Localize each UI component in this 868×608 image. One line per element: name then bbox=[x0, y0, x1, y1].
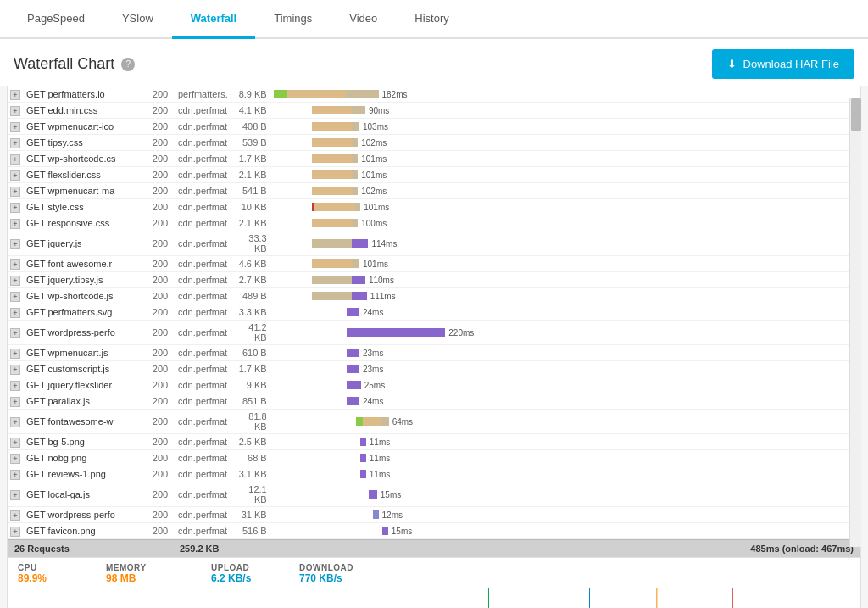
row-expand[interactable]: + bbox=[8, 393, 23, 410]
row-name: GET fontawesome-w bbox=[23, 410, 146, 434]
row-expand[interactable]: + bbox=[8, 272, 23, 288]
row-status: 200 bbox=[146, 86, 175, 103]
table-row: + GET responsive.css 200 cdn.perfmat 2.1… bbox=[8, 215, 860, 231]
tab-yslow[interactable]: YSlow bbox=[103, 0, 172, 39]
tab-waterfall[interactable]: Waterfall bbox=[172, 0, 255, 39]
help-icon[interactable]: ? bbox=[121, 58, 135, 71]
row-status: 200 bbox=[146, 272, 175, 288]
cpu-metric: CPU 89.9% bbox=[18, 563, 86, 584]
row-expand[interactable]: + bbox=[8, 288, 23, 304]
row-domain: cdn.perfmat bbox=[175, 523, 231, 539]
row-status: 200 bbox=[146, 231, 175, 256]
cpu-value: 89.9% bbox=[18, 572, 86, 584]
row-expand[interactable]: + bbox=[8, 215, 23, 231]
row-size: 4.6 KB bbox=[231, 256, 270, 272]
table-row: + GET wp-shortcode.js 200 cdn.perfmat 48… bbox=[8, 288, 860, 304]
row-size: 2.1 KB bbox=[231, 167, 270, 183]
table-row: + GET bg-5.png 200 cdn.perfmat 2.5 KB 11… bbox=[8, 434, 860, 450]
row-expand[interactable]: + bbox=[8, 231, 23, 256]
row-name: GET favicon.png bbox=[23, 523, 146, 539]
row-status: 200 bbox=[146, 321, 175, 345]
row-waterfall: 64ms bbox=[270, 410, 860, 434]
row-name: GET perfmatters.io bbox=[23, 86, 146, 103]
row-name: GET wordpress-perfo bbox=[23, 507, 146, 523]
row-name: GET tipsy.css bbox=[23, 135, 146, 151]
tabs-bar: PageSpeed YSlow Waterfall Timings Video … bbox=[0, 0, 868, 39]
row-name: GET responsive.css bbox=[23, 215, 146, 231]
row-status: 200 bbox=[146, 304, 175, 321]
table-row: + GET wordpress-perfo 200 cdn.perfmat 31… bbox=[8, 507, 860, 523]
page-header: Waterfall Chart ? ⬇ Download HAR File bbox=[0, 39, 868, 86]
row-size: 9 KB bbox=[231, 377, 270, 393]
table-row: + GET edd.min.css 200 cdn.perfmat 4.1 KB… bbox=[8, 103, 860, 119]
row-name: GET bg-5.png bbox=[23, 434, 146, 450]
row-domain: cdn.perfmat bbox=[175, 272, 231, 288]
row-domain: cdn.perfmat bbox=[175, 183, 231, 199]
row-name: GET wpmenucart.js bbox=[23, 345, 146, 361]
row-size: 31 KB bbox=[231, 507, 270, 523]
table-row: + GET wordpress-perfo 200 cdn.perfmat 41… bbox=[8, 321, 860, 345]
download-har-button[interactable]: ⬇ Download HAR File bbox=[712, 49, 854, 79]
row-name: GET parallax.js bbox=[23, 393, 146, 410]
tab-timings[interactable]: Timings bbox=[255, 0, 331, 39]
row-expand[interactable]: + bbox=[8, 377, 23, 393]
row-expand[interactable]: + bbox=[8, 199, 23, 215]
row-expand[interactable]: + bbox=[8, 183, 23, 199]
tab-history[interactable]: History bbox=[396, 0, 467, 39]
row-expand[interactable]: + bbox=[8, 361, 23, 377]
row-expand[interactable]: + bbox=[8, 466, 23, 482]
row-name: GET perfmatters.svg bbox=[23, 304, 146, 321]
row-expand[interactable]: + bbox=[8, 523, 23, 539]
table-row: + GET flexslider.css 200 cdn.perfmat 2.1… bbox=[8, 167, 860, 183]
row-expand[interactable]: + bbox=[8, 256, 23, 272]
row-status: 200 bbox=[146, 361, 175, 377]
row-expand[interactable]: + bbox=[8, 450, 23, 466]
row-expand[interactable]: + bbox=[8, 86, 23, 103]
row-waterfall: 23ms bbox=[270, 361, 860, 377]
row-waterfall: 110ms bbox=[270, 272, 860, 288]
row-expand[interactable]: + bbox=[8, 507, 23, 523]
row-domain: cdn.perfmat bbox=[175, 215, 231, 231]
row-name: GET edd.min.css bbox=[23, 103, 146, 119]
row-status: 200 bbox=[146, 450, 175, 466]
row-name: GET local-ga.js bbox=[23, 482, 146, 507]
row-size: 489 B bbox=[231, 288, 270, 304]
scrollbar-thumb[interactable] bbox=[851, 98, 861, 131]
download-label: DOWNLOAD bbox=[299, 563, 367, 572]
metrics-grid: CPU 89.9% MEMORY 98 MB UPLOAD 6.2 KB/s D… bbox=[18, 563, 850, 584]
tab-video[interactable]: Video bbox=[331, 0, 396, 39]
row-expand[interactable]: + bbox=[8, 434, 23, 450]
row-waterfall: 103ms bbox=[270, 119, 860, 135]
row-waterfall: 101ms bbox=[270, 167, 860, 183]
tab-pagespeed[interactable]: PageSpeed bbox=[8, 0, 103, 39]
row-expand[interactable]: + bbox=[8, 103, 23, 119]
row-expand[interactable]: + bbox=[8, 119, 23, 135]
table-row: + GET wpmenucart-ico 200 cdn.perfmat 408… bbox=[8, 119, 860, 135]
row-name: GET customscript.js bbox=[23, 361, 146, 377]
row-status: 200 bbox=[146, 167, 175, 183]
waterfall-table: + GET perfmatters.io 200 perfmatters. 8.… bbox=[8, 86, 860, 539]
scrollbar[interactable] bbox=[849, 98, 861, 547]
row-expand[interactable]: + bbox=[8, 482, 23, 507]
row-expand[interactable]: + bbox=[8, 167, 23, 183]
row-waterfall: 100ms bbox=[270, 215, 860, 231]
row-status: 200 bbox=[146, 256, 175, 272]
row-expand[interactable]: + bbox=[8, 321, 23, 345]
row-expand[interactable]: + bbox=[8, 151, 23, 167]
row-name: GET wpmenucart-ma bbox=[23, 183, 146, 199]
row-size: 541 B bbox=[231, 183, 270, 199]
table-row: + GET perfmatters.svg 200 cdn.perfmat 3.… bbox=[8, 304, 860, 321]
row-name: GET wordpress-perfo bbox=[23, 321, 146, 345]
row-domain: cdn.perfmat bbox=[175, 167, 231, 183]
row-expand[interactable]: + bbox=[8, 304, 23, 321]
table-row: + GET local-ga.js 200 cdn.perfmat 12.1 K… bbox=[8, 482, 860, 507]
row-expand[interactable]: + bbox=[8, 135, 23, 151]
row-name: GET wpmenucart-ico bbox=[23, 119, 146, 135]
row-waterfall: 25ms bbox=[270, 377, 860, 393]
row-expand[interactable]: + bbox=[8, 345, 23, 361]
row-size: 516 B bbox=[231, 523, 270, 539]
row-size: 1.7 KB bbox=[231, 361, 270, 377]
row-size: 41.2 KB bbox=[231, 321, 270, 345]
row-expand[interactable]: + bbox=[8, 410, 23, 434]
row-waterfall: 24ms bbox=[270, 393, 860, 410]
